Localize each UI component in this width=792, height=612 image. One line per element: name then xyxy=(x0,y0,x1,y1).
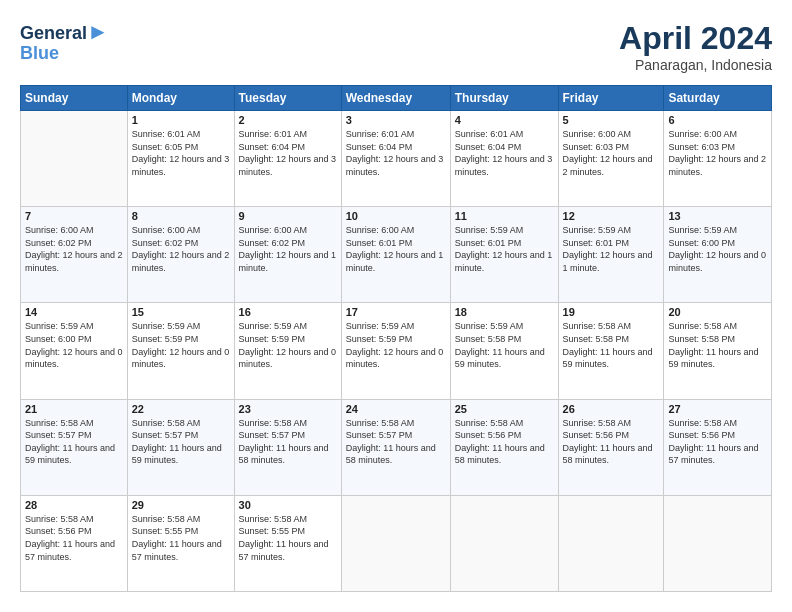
col-thursday: Thursday xyxy=(450,86,558,111)
col-friday: Friday xyxy=(558,86,664,111)
table-row: 8 Sunrise: 6:00 AMSunset: 6:02 PMDayligh… xyxy=(127,207,234,303)
day-number: 12 xyxy=(563,210,660,222)
day-number: 14 xyxy=(25,306,123,318)
calendar-week-row: 1 Sunrise: 6:01 AMSunset: 6:05 PMDayligh… xyxy=(21,111,772,207)
calendar-week-row: 14 Sunrise: 5:59 AMSunset: 6:00 PMDaylig… xyxy=(21,303,772,399)
col-saturday: Saturday xyxy=(664,86,772,111)
table-row: 1 Sunrise: 6:01 AMSunset: 6:05 PMDayligh… xyxy=(127,111,234,207)
day-number: 24 xyxy=(346,403,446,415)
day-info: Sunrise: 5:58 AMSunset: 5:57 PMDaylight:… xyxy=(132,417,230,467)
day-number: 29 xyxy=(132,499,230,511)
location-subtitle: Panaragan, Indonesia xyxy=(619,57,772,73)
logo-blue: Blue xyxy=(20,44,109,64)
day-number: 11 xyxy=(455,210,554,222)
day-info: Sunrise: 6:00 AMSunset: 6:02 PMDaylight:… xyxy=(25,224,123,274)
day-number: 16 xyxy=(239,306,337,318)
day-number: 20 xyxy=(668,306,767,318)
day-number: 23 xyxy=(239,403,337,415)
day-number: 30 xyxy=(239,499,337,511)
calendar-header-row: Sunday Monday Tuesday Wednesday Thursday… xyxy=(21,86,772,111)
day-info: Sunrise: 6:00 AMSunset: 6:03 PMDaylight:… xyxy=(563,128,660,178)
day-number: 26 xyxy=(563,403,660,415)
col-monday: Monday xyxy=(127,86,234,111)
table-row: 25 Sunrise: 5:58 AMSunset: 5:56 PMDaylig… xyxy=(450,399,558,495)
title-block: April 2024 Panaragan, Indonesia xyxy=(619,20,772,73)
day-info: Sunrise: 5:59 AMSunset: 5:59 PMDaylight:… xyxy=(239,320,337,370)
table-row xyxy=(341,495,450,591)
day-number: 2 xyxy=(239,114,337,126)
calendar-week-row: 28 Sunrise: 5:58 AMSunset: 5:56 PMDaylig… xyxy=(21,495,772,591)
col-tuesday: Tuesday xyxy=(234,86,341,111)
day-number: 27 xyxy=(668,403,767,415)
day-number: 9 xyxy=(239,210,337,222)
day-number: 21 xyxy=(25,403,123,415)
table-row: 5 Sunrise: 6:00 AMSunset: 6:03 PMDayligh… xyxy=(558,111,664,207)
page: General► Blue April 2024 Panaragan, Indo… xyxy=(0,0,792,612)
day-info: Sunrise: 6:00 AMSunset: 6:02 PMDaylight:… xyxy=(239,224,337,274)
day-info: Sunrise: 5:58 AMSunset: 5:56 PMDaylight:… xyxy=(455,417,554,467)
table-row: 17 Sunrise: 5:59 AMSunset: 5:59 PMDaylig… xyxy=(341,303,450,399)
table-row: 10 Sunrise: 6:00 AMSunset: 6:01 PMDaylig… xyxy=(341,207,450,303)
day-number: 28 xyxy=(25,499,123,511)
table-row: 19 Sunrise: 5:58 AMSunset: 5:58 PMDaylig… xyxy=(558,303,664,399)
day-info: Sunrise: 6:00 AMSunset: 6:01 PMDaylight:… xyxy=(346,224,446,274)
day-info: Sunrise: 5:59 AMSunset: 6:00 PMDaylight:… xyxy=(668,224,767,274)
day-info: Sunrise: 5:58 AMSunset: 5:55 PMDaylight:… xyxy=(132,513,230,563)
day-number: 19 xyxy=(563,306,660,318)
table-row: 23 Sunrise: 5:58 AMSunset: 5:57 PMDaylig… xyxy=(234,399,341,495)
month-title: April 2024 xyxy=(619,20,772,57)
day-number: 10 xyxy=(346,210,446,222)
table-row: 14 Sunrise: 5:59 AMSunset: 6:00 PMDaylig… xyxy=(21,303,128,399)
table-row: 29 Sunrise: 5:58 AMSunset: 5:55 PMDaylig… xyxy=(127,495,234,591)
table-row: 30 Sunrise: 5:58 AMSunset: 5:55 PMDaylig… xyxy=(234,495,341,591)
day-info: Sunrise: 5:58 AMSunset: 5:56 PMDaylight:… xyxy=(668,417,767,467)
day-info: Sunrise: 5:59 AMSunset: 6:01 PMDaylight:… xyxy=(563,224,660,274)
table-row: 16 Sunrise: 5:59 AMSunset: 5:59 PMDaylig… xyxy=(234,303,341,399)
table-row: 13 Sunrise: 5:59 AMSunset: 6:00 PMDaylig… xyxy=(664,207,772,303)
day-info: Sunrise: 5:58 AMSunset: 5:56 PMDaylight:… xyxy=(25,513,123,563)
day-number: 8 xyxy=(132,210,230,222)
day-number: 25 xyxy=(455,403,554,415)
day-number: 3 xyxy=(346,114,446,126)
calendar-table: Sunday Monday Tuesday Wednesday Thursday… xyxy=(20,85,772,592)
day-info: Sunrise: 6:00 AMSunset: 6:02 PMDaylight:… xyxy=(132,224,230,274)
logo-general: General xyxy=(20,23,87,43)
day-info: Sunrise: 6:00 AMSunset: 6:03 PMDaylight:… xyxy=(668,128,767,178)
day-number: 5 xyxy=(563,114,660,126)
day-info: Sunrise: 5:59 AMSunset: 5:59 PMDaylight:… xyxy=(132,320,230,370)
table-row: 26 Sunrise: 5:58 AMSunset: 5:56 PMDaylig… xyxy=(558,399,664,495)
table-row xyxy=(558,495,664,591)
col-wednesday: Wednesday xyxy=(341,86,450,111)
day-info: Sunrise: 5:59 AMSunset: 5:59 PMDaylight:… xyxy=(346,320,446,370)
day-info: Sunrise: 6:01 AMSunset: 6:04 PMDaylight:… xyxy=(239,128,337,178)
calendar-week-row: 21 Sunrise: 5:58 AMSunset: 5:57 PMDaylig… xyxy=(21,399,772,495)
day-number: 17 xyxy=(346,306,446,318)
day-info: Sunrise: 5:59 AMSunset: 6:00 PMDaylight:… xyxy=(25,320,123,370)
table-row: 24 Sunrise: 5:58 AMSunset: 5:57 PMDaylig… xyxy=(341,399,450,495)
table-row: 21 Sunrise: 5:58 AMSunset: 5:57 PMDaylig… xyxy=(21,399,128,495)
col-sunday: Sunday xyxy=(21,86,128,111)
table-row: 20 Sunrise: 5:58 AMSunset: 5:58 PMDaylig… xyxy=(664,303,772,399)
day-info: Sunrise: 5:58 AMSunset: 5:55 PMDaylight:… xyxy=(239,513,337,563)
table-row: 2 Sunrise: 6:01 AMSunset: 6:04 PMDayligh… xyxy=(234,111,341,207)
day-number: 22 xyxy=(132,403,230,415)
table-row: 9 Sunrise: 6:00 AMSunset: 6:02 PMDayligh… xyxy=(234,207,341,303)
table-row: 18 Sunrise: 5:59 AMSunset: 5:58 PMDaylig… xyxy=(450,303,558,399)
day-info: Sunrise: 6:01 AMSunset: 6:04 PMDaylight:… xyxy=(455,128,554,178)
table-row: 15 Sunrise: 5:59 AMSunset: 5:59 PMDaylig… xyxy=(127,303,234,399)
day-number: 15 xyxy=(132,306,230,318)
table-row: 28 Sunrise: 5:58 AMSunset: 5:56 PMDaylig… xyxy=(21,495,128,591)
day-info: Sunrise: 6:01 AMSunset: 6:05 PMDaylight:… xyxy=(132,128,230,178)
day-number: 4 xyxy=(455,114,554,126)
table-row: 27 Sunrise: 5:58 AMSunset: 5:56 PMDaylig… xyxy=(664,399,772,495)
logo-icon-shape: ► xyxy=(87,19,109,44)
table-row xyxy=(664,495,772,591)
table-row: 7 Sunrise: 6:00 AMSunset: 6:02 PMDayligh… xyxy=(21,207,128,303)
table-row xyxy=(450,495,558,591)
day-number: 6 xyxy=(668,114,767,126)
header: General► Blue April 2024 Panaragan, Indo… xyxy=(20,20,772,73)
day-number: 18 xyxy=(455,306,554,318)
day-number: 13 xyxy=(668,210,767,222)
day-info: Sunrise: 5:59 AMSunset: 6:01 PMDaylight:… xyxy=(455,224,554,274)
table-row xyxy=(21,111,128,207)
